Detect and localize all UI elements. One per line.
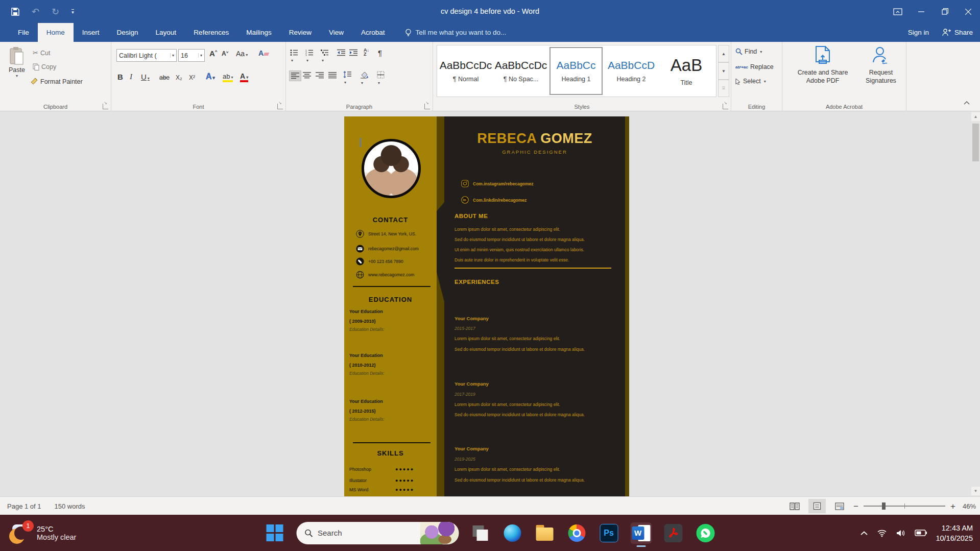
shrink-font-button[interactable]: A˅ xyxy=(222,50,228,57)
clear-formatting-button[interactable]: A xyxy=(258,49,269,57)
tab-mailings[interactable]: Mailings xyxy=(237,23,280,42)
clock-widget[interactable]: 12:43 AM 10/16/2025 xyxy=(936,523,973,543)
find-button[interactable]: Find xyxy=(735,48,762,55)
style-normal[interactable]: AaBbCcDc ¶ Normal xyxy=(439,47,492,95)
font-family-combo[interactable]: Calibri Light (▾ xyxy=(116,49,177,62)
styles-scroll-down-icon[interactable]: ▼ xyxy=(718,62,729,80)
format-painter-button[interactable]: Format Painter xyxy=(31,78,83,85)
align-right-button[interactable] xyxy=(316,72,324,79)
styles-dialog-launcher-icon[interactable] xyxy=(723,104,728,109)
line-spacing-button[interactable] xyxy=(343,71,351,85)
vertical-scrollbar[interactable]: ▲ ▼ xyxy=(971,112,980,495)
zoom-in-button[interactable]: + xyxy=(950,502,955,511)
tab-insert[interactable]: Insert xyxy=(74,23,108,42)
word-app-button[interactable]: W xyxy=(630,522,652,544)
select-button[interactable]: Select xyxy=(735,78,766,85)
tab-acrobat[interactable]: Acrobat xyxy=(352,23,394,42)
font-color-button[interactable]: A xyxy=(240,72,248,82)
multilevel-list-button[interactable] xyxy=(321,49,329,63)
cv-page[interactable]: CONTACT Street 14, New York, US. rebecag… xyxy=(344,116,629,496)
battery-icon[interactable] xyxy=(915,530,927,536)
tab-design[interactable]: Design xyxy=(108,23,147,42)
text-effects-button[interactable]: A xyxy=(206,72,215,81)
volume-icon[interactable] xyxy=(896,529,906,537)
font-dialog-launcher-icon[interactable] xyxy=(277,104,283,109)
zoom-out-button[interactable]: − xyxy=(853,502,858,511)
wifi-icon[interactable] xyxy=(877,529,887,537)
page-count[interactable]: Page 1 of 1 xyxy=(7,502,41,510)
sign-in-link[interactable]: Sign in xyxy=(908,29,929,36)
request-signatures-button[interactable]: Request Signatures xyxy=(860,46,902,85)
chrome-app-button[interactable] xyxy=(566,522,587,544)
file-explorer-button[interactable] xyxy=(534,522,555,544)
show-hide-pilcrow-button[interactable]: ¶ xyxy=(378,49,382,57)
search-input[interactable]: Search xyxy=(296,522,459,544)
borders-button[interactable] xyxy=(377,71,385,86)
zoom-level[interactable]: 46% xyxy=(963,502,976,510)
photoshop-app-button[interactable]: Ps xyxy=(598,522,619,544)
style-heading1-selected[interactable]: AaBbCc Heading 1 xyxy=(549,47,603,95)
font-family-arrow-icon[interactable]: ▾ xyxy=(170,53,174,58)
minimize-button[interactable] xyxy=(910,0,933,23)
underline-button[interactable]: U xyxy=(141,73,150,81)
task-view-button[interactable] xyxy=(469,522,491,544)
clipboard-dialog-launcher-icon[interactable] xyxy=(103,104,108,109)
sort-button[interactable]: A↓Z xyxy=(364,48,369,56)
create-share-adobe-pdf-button[interactable]: Create and Share Adobe PDF xyxy=(790,46,856,85)
grow-font-button[interactable]: A˄ xyxy=(209,49,218,58)
restore-button[interactable] xyxy=(933,0,957,23)
shading-button[interactable] xyxy=(360,71,369,86)
superscript-button[interactable]: X² xyxy=(189,74,195,81)
style-heading2[interactable]: AaBbCcD Heading 2 xyxy=(605,47,658,95)
start-button[interactable] xyxy=(264,522,285,544)
edge-app-button[interactable] xyxy=(501,522,523,544)
web-layout-button[interactable] xyxy=(831,499,848,513)
align-left-button[interactable] xyxy=(289,70,301,81)
tab-review[interactable]: Review xyxy=(280,23,320,42)
zoom-slider-thumb[interactable] xyxy=(882,502,886,510)
justify-button[interactable] xyxy=(328,72,337,79)
decrease-indent-button[interactable] xyxy=(337,49,346,56)
tab-view[interactable]: View xyxy=(320,23,352,42)
copy-button[interactable]: Copy xyxy=(33,63,56,70)
zoom-slider[interactable] xyxy=(864,506,945,507)
highlight-button[interactable]: ab xyxy=(223,73,233,82)
print-layout-button[interactable] xyxy=(808,499,826,513)
tab-file[interactable]: File xyxy=(9,23,38,42)
numbering-button[interactable]: 123 xyxy=(305,49,314,63)
change-case-button[interactable]: Aa xyxy=(236,50,248,58)
italic-button[interactable]: I xyxy=(130,73,132,81)
read-mode-button[interactable] xyxy=(786,499,803,513)
tell-me-box[interactable]: Tell me what you want to do... xyxy=(405,23,507,42)
strikethrough-button[interactable]: abe xyxy=(159,74,170,81)
document-canvas[interactable]: CONTACT Street 14, New York, US. rebecag… xyxy=(0,111,980,496)
font-size-arrow-icon[interactable]: ▾ xyxy=(198,53,202,58)
styles-more-icon[interactable]: ⍗ xyxy=(718,80,729,97)
bullets-button[interactable] xyxy=(290,49,298,63)
ribbon-display-options-icon[interactable] xyxy=(886,0,910,23)
collapse-ribbon-button[interactable] xyxy=(963,100,970,105)
acrobat-app-button[interactable] xyxy=(662,522,684,544)
font-size-combo[interactable]: 16▾ xyxy=(178,49,205,62)
tab-layout[interactable]: Layout xyxy=(147,23,185,42)
scroll-up-icon[interactable]: ▲ xyxy=(971,112,980,121)
replace-button[interactable]: ab↪ac Replace xyxy=(735,63,774,70)
share-button[interactable]: Share xyxy=(942,29,973,36)
align-center-button[interactable] xyxy=(303,72,311,79)
tab-references[interactable]: References xyxy=(185,23,237,42)
style-no-spacing[interactable]: AaBbCcDc ¶ No Spac... xyxy=(494,47,547,95)
styles-scroll-up-icon[interactable]: ▲ xyxy=(718,45,729,62)
increase-indent-button[interactable] xyxy=(349,49,358,56)
tray-chevron-up-icon[interactable] xyxy=(860,531,868,536)
close-button[interactable] xyxy=(957,0,980,23)
tab-home[interactable]: Home xyxy=(38,23,74,42)
paste-button[interactable]: Paste ▾ xyxy=(5,47,29,78)
style-title[interactable]: AaB Title xyxy=(660,47,713,95)
paragraph-dialog-launcher-icon[interactable] xyxy=(424,104,430,109)
weather-widget[interactable]: 1 25°C Mostly clear xyxy=(8,515,76,551)
search-highlight-image[interactable] xyxy=(420,522,459,544)
scrollbar-thumb[interactable] xyxy=(972,124,979,161)
word-count[interactable]: 150 words xyxy=(55,502,85,510)
bold-button[interactable]: B xyxy=(117,73,123,81)
subscript-button[interactable]: X₂ xyxy=(176,74,182,81)
